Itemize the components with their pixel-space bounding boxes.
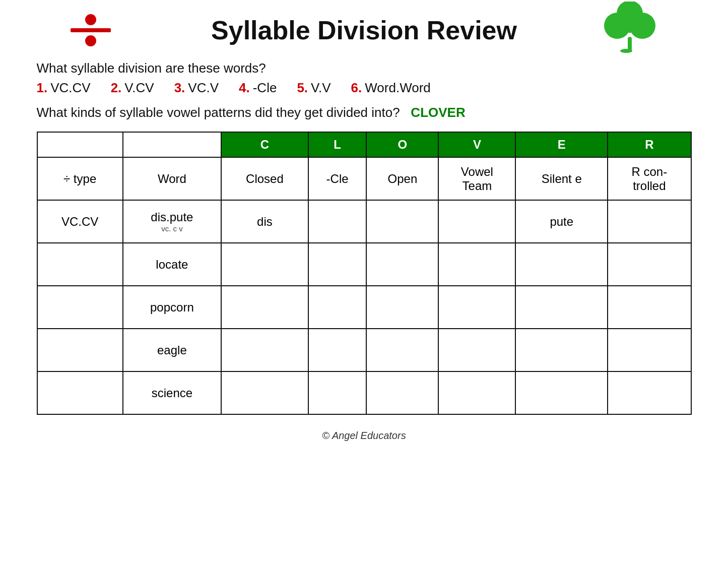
syl-num-2: 2.	[111, 80, 122, 96]
row4-silent-e	[515, 329, 608, 371]
row4-open	[366, 329, 438, 371]
row2-closed	[221, 243, 308, 286]
syl-item-1: 1. VC.CV	[37, 80, 91, 96]
row4-cle	[308, 329, 367, 371]
table-row: VC.CV dis.pute vc. c v dis pute	[37, 200, 691, 243]
syl-num-5: 5.	[297, 80, 308, 96]
syl-num-1: 1.	[37, 80, 48, 96]
row5-r-controlled	[608, 371, 691, 414]
divide-line	[71, 28, 111, 32]
row2-r-controlled	[608, 243, 691, 286]
row1-r-controlled	[608, 200, 691, 243]
row2-vowel-team	[438, 243, 515, 286]
row3-cle	[308, 286, 367, 329]
row1-type: VC.CV	[37, 200, 123, 243]
sub-header-open: Open	[366, 157, 438, 200]
col-header-l: L	[308, 132, 367, 157]
syl-item-2: 2. V.CV	[111, 80, 154, 96]
svg-point-5	[620, 49, 632, 53]
row3-type	[37, 286, 123, 329]
syl-text-6: Word.Word	[365, 80, 431, 96]
row1-closed: dis	[221, 200, 308, 243]
row2-open	[366, 243, 438, 286]
syl-item-3: 3. VC.V	[174, 80, 219, 96]
row3-r-controlled	[608, 286, 691, 329]
col-header-e: E	[515, 132, 608, 157]
question1-text: What syllable division are these words?	[37, 60, 692, 76]
syl-item-5: 5. V.V	[297, 80, 330, 96]
main-table: C L O V E R ÷ type Word Closed -Cle Open…	[37, 132, 692, 415]
table-row: locate	[37, 243, 691, 286]
sub-header-cle: -Cle	[308, 157, 367, 200]
footer-text: © Angel Educators	[37, 430, 692, 442]
r-ctrl-line2: trolled	[633, 179, 666, 193]
row3-closed	[221, 286, 308, 329]
row2-silent-e	[515, 243, 608, 286]
row1-word-text: dis.pute	[127, 210, 217, 224]
r-ctrl-line1: R con-	[631, 165, 667, 178]
syl-num-3: 3.	[174, 80, 185, 96]
clover-icon	[602, 2, 657, 59]
divide-dot-bottom	[85, 35, 96, 46]
row1-silent-e: pute	[515, 200, 608, 243]
sub-header-closed: Closed	[221, 157, 308, 200]
division-icon	[71, 14, 111, 46]
table-row: eagle	[37, 329, 691, 371]
row2-type	[37, 243, 123, 286]
syl-num-4: 4.	[239, 80, 250, 96]
syl-text-3: VC.V	[188, 80, 219, 96]
main-content: What syllable division are these words? …	[37, 55, 692, 442]
row1-word-sub: vc. c v	[127, 224, 217, 233]
table-row: science	[37, 371, 691, 414]
svg-rect-4	[628, 37, 632, 51]
row5-cle	[308, 371, 367, 414]
row4-r-controlled	[608, 329, 691, 371]
syl-text-1: VC.CV	[50, 80, 90, 96]
syl-text-5: V.V	[311, 80, 331, 96]
row3-vowel-team	[438, 286, 515, 329]
table-row: popcorn	[37, 286, 691, 329]
question2-prefix: What kinds of syllable vowel patterns di…	[37, 105, 400, 120]
row4-closed	[221, 329, 308, 371]
row1-open	[366, 200, 438, 243]
syl-item-6: 6. Word.Word	[351, 80, 431, 96]
row5-open	[366, 371, 438, 414]
page-title: Syllable Division Review	[211, 15, 517, 45]
sub-header-row: ÷ type Word Closed -Cle Open Vowel Team …	[37, 157, 691, 200]
divide-dot-top	[85, 14, 96, 25]
row1-vowel-team	[438, 200, 515, 243]
row4-word: eagle	[123, 329, 221, 371]
row4-type	[37, 329, 123, 371]
syl-text-2: V.CV	[124, 80, 154, 96]
svg-point-3	[623, 19, 637, 33]
empty-header-2	[123, 132, 221, 157]
row3-open	[366, 286, 438, 329]
vowel-team-line1: Vowel	[461, 165, 493, 178]
row5-vowel-team	[438, 371, 515, 414]
row1-cle	[308, 200, 367, 243]
row4-vowel-team	[438, 329, 515, 371]
green-header-row: C L O V E R	[37, 132, 691, 157]
sub-header-word: Word	[123, 157, 221, 200]
syl-item-4: 4. -Cle	[239, 80, 277, 96]
syllable-types-list: 1. VC.CV 2. V.CV 3. VC.V 4. -Cle 5. V.V …	[37, 80, 692, 96]
col-header-r: R	[608, 132, 691, 157]
sub-header-vowel-team: Vowel Team	[438, 157, 515, 200]
row3-word: popcorn	[123, 286, 221, 329]
clover-word: CLOVER	[411, 105, 465, 120]
question2-text: What kinds of syllable vowel patterns di…	[37, 105, 692, 120]
sub-header-r-controlled: R con- trolled	[608, 157, 691, 200]
empty-header-1	[37, 132, 123, 157]
row5-word: science	[123, 371, 221, 414]
row1-word: dis.pute vc. c v	[123, 200, 221, 243]
row5-silent-e	[515, 371, 608, 414]
page-header: Syllable Division Review	[30, 15, 698, 45]
row2-cle	[308, 243, 367, 286]
row3-silent-e	[515, 286, 608, 329]
sub-header-silent-e: Silent e	[515, 157, 608, 200]
syl-text-4: -Cle	[253, 80, 277, 96]
syl-num-6: 6.	[351, 80, 362, 96]
col-header-v: V	[438, 132, 515, 157]
vowel-team-line2: Team	[462, 179, 492, 193]
row2-word: locate	[123, 243, 221, 286]
